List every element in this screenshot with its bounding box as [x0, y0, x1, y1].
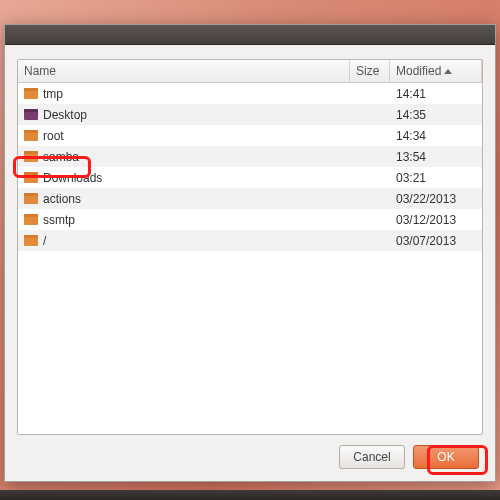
- file-row-label: samba: [43, 150, 79, 164]
- file-row-label: root: [43, 129, 64, 143]
- desktop-panel: [0, 490, 500, 500]
- sort-ascending-icon: [444, 69, 452, 74]
- dialog-content: Name Size Modified tmp14:41Desktop14:35r…: [5, 45, 495, 481]
- file-row-modified: 03/12/2013: [390, 213, 482, 227]
- file-row[interactable]: Desktop14:35: [18, 104, 482, 125]
- file-row-label: Downloads: [43, 171, 102, 185]
- column-header-name[interactable]: Name: [18, 60, 350, 82]
- file-row-label: /: [43, 234, 46, 248]
- file-row-label: ssmtp: [43, 213, 75, 227]
- file-row[interactable]: actions03/22/2013: [18, 188, 482, 209]
- file-row-modified: 03:21: [390, 171, 482, 185]
- file-row-name: Downloads: [18, 171, 350, 185]
- folder-icon: [24, 214, 38, 225]
- folder-icon: [24, 151, 38, 162]
- file-row-name: ssmtp: [18, 213, 350, 227]
- cancel-button[interactable]: Cancel: [339, 445, 405, 469]
- file-rows: tmp14:41Desktop14:35root14:34samba13:54D…: [18, 83, 482, 434]
- column-header-modified-label: Modified: [396, 64, 441, 78]
- folder-icon: [24, 88, 38, 99]
- dialog-titlebar[interactable]: [5, 25, 495, 45]
- file-row[interactable]: Downloads03:21: [18, 167, 482, 188]
- file-row-name: root: [18, 129, 350, 143]
- file-chooser-dialog: Name Size Modified tmp14:41Desktop14:35r…: [4, 24, 496, 482]
- file-row-modified: 14:35: [390, 108, 482, 122]
- file-row-modified: 03/07/2013: [390, 234, 482, 248]
- file-row-label: actions: [43, 192, 81, 206]
- file-row-modified: 14:41: [390, 87, 482, 101]
- folder-icon: [24, 193, 38, 204]
- file-row-label: tmp: [43, 87, 63, 101]
- file-row-modified: 13:54: [390, 150, 482, 164]
- desktop-folder-icon: [24, 109, 38, 120]
- folder-icon: [24, 130, 38, 141]
- file-row[interactable]: /03/07/2013: [18, 230, 482, 251]
- file-row-name: /: [18, 234, 350, 248]
- column-header-size[interactable]: Size: [350, 60, 390, 82]
- column-header-modified[interactable]: Modified: [390, 60, 482, 82]
- file-row-modified: 14:34: [390, 129, 482, 143]
- file-row[interactable]: root14:34: [18, 125, 482, 146]
- file-row-label: Desktop: [43, 108, 87, 122]
- dialog-footer: Cancel OK: [17, 435, 483, 471]
- file-row-name: actions: [18, 192, 350, 206]
- file-row-modified: 03/22/2013: [390, 192, 482, 206]
- column-headers: Name Size Modified: [18, 60, 482, 83]
- file-row-name: Desktop: [18, 108, 350, 122]
- file-row[interactable]: tmp14:41: [18, 83, 482, 104]
- ok-button[interactable]: OK: [413, 445, 479, 469]
- file-row-name: samba: [18, 150, 350, 164]
- folder-icon: [24, 235, 38, 246]
- file-row-name: tmp: [18, 87, 350, 101]
- file-row[interactable]: samba13:54: [18, 146, 482, 167]
- folder-icon: [24, 172, 38, 183]
- file-row[interactable]: ssmtp03/12/2013: [18, 209, 482, 230]
- file-list: Name Size Modified tmp14:41Desktop14:35r…: [17, 59, 483, 435]
